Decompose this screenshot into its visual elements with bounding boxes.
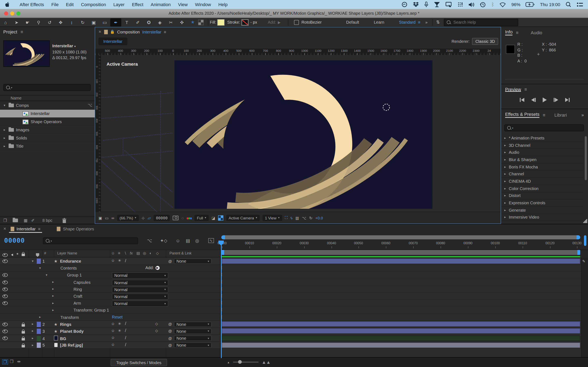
adjustment-switch-icon[interactable]: ◐	[149, 251, 152, 255]
close-window-button[interactable]	[4, 11, 8, 15]
zoom-in-icon[interactable]: ▲▲	[262, 360, 271, 365]
snapshot-icon[interactable]	[173, 216, 179, 220]
layer-visibility-toggle[interactable]	[2, 280, 8, 284]
grid-guides-icon[interactable]: ⊹	[141, 216, 145, 220]
zoom-slider-knob[interactable]	[238, 360, 242, 364]
effects-panel-title[interactable]: Effects & Presets	[505, 112, 539, 118]
layer-name[interactable]: Planet Body	[60, 329, 84, 334]
layer-label-chip[interactable]	[37, 336, 41, 341]
project-name-column-header[interactable]: Name	[0, 95, 95, 101]
effects-category[interactable]: ▸Generate	[501, 207, 583, 214]
tool-button[interactable]: ↺	[44, 18, 55, 26]
time-navigator-bar[interactable]	[221, 235, 580, 239]
comp-view-tab[interactable]: Interstellar	[98, 38, 127, 45]
shy-switch[interactable]: ☺	[111, 322, 115, 325]
tool-button[interactable]: ✂	[165, 18, 176, 26]
expander-icon[interactable]: ▸	[52, 287, 54, 291]
shy-switch-icon[interactable]: ☺	[111, 251, 115, 255]
menu-item[interactable]: View	[178, 2, 188, 7]
parent-dropdown[interactable]: None▾	[174, 329, 212, 334]
stroke-width-value[interactable]: - px	[250, 20, 257, 25]
fast-previews-icon[interactable]: ϟ	[290, 216, 292, 220]
layer-name[interactable]: Contents	[61, 266, 77, 270]
layer-visibility-toggle[interactable]	[2, 336, 8, 340]
search-help-box[interactable]	[444, 18, 518, 26]
project-tree-item[interactable]: ▸ Solids	[0, 134, 95, 142]
quality-switch[interactable]: /	[125, 328, 126, 333]
motion-blur-icon[interactable]: ◎	[195, 238, 199, 243]
stroke-color-swatch[interactable]	[241, 19, 249, 25]
expander-icon[interactable]: ▾	[32, 259, 34, 263]
fx-switch-icon[interactable]: fx	[130, 251, 133, 255]
quality-switch-icon[interactable]: ∖	[124, 251, 126, 255]
dropbox-icon[interactable]	[413, 2, 419, 7]
draft-3d-icon[interactable]: ✦◇	[160, 238, 167, 243]
effects-category[interactable]: ▸Immersive Video	[501, 214, 583, 221]
lock-column-icon[interactable]	[22, 254, 25, 256]
expander-icon[interactable]: ▸	[52, 308, 54, 312]
layer-duration-bar[interactable]	[222, 328, 580, 334]
creative-cloud-icon[interactable]	[401, 2, 407, 7]
resolution-dropdown[interactable]: Full▾	[194, 215, 209, 221]
expander-icon[interactable]: ▸	[32, 343, 34, 347]
show-channel-icon[interactable]	[187, 216, 191, 220]
timeline-row[interactable]: ▸ 2 Rings ☺ ✳ / ◇ ▾ ▶ @	[0, 321, 220, 328]
spotlight-icon[interactable]	[566, 2, 571, 7]
minimize-window-button[interactable]	[10, 11, 14, 15]
timeline-icon[interactable]: ▥	[295, 216, 299, 220]
menu-item[interactable]: Animation	[151, 2, 171, 7]
parent-pickwhip-icon[interactable]: @	[168, 259, 172, 263]
comp-tab-name[interactable]: Interstellar	[142, 30, 161, 34]
timeline-track-row[interactable]: I	[221, 307, 588, 314]
blend-mode-dropdown[interactable]: Normal▾	[112, 280, 168, 286]
mask-visibility-icon[interactable]: ∞	[112, 216, 114, 220]
layer-lock-toggle[interactable]	[22, 345, 25, 348]
layer-name[interactable]: Endurance	[60, 259, 81, 263]
selected-comp-name[interactable]: Interstellar	[52, 44, 73, 48]
layer-lock-toggle[interactable]	[22, 331, 25, 334]
timeline-row[interactable]: ▸ 4 BG ☺ ✳ / ◇ ▾ ▶ @ N	[0, 335, 220, 342]
tool-button[interactable]: T	[121, 18, 132, 26]
search-help-input[interactable]	[453, 20, 516, 25]
transparency-grid-toggle[interactable]	[218, 215, 223, 220]
effects-category[interactable]: ▸Expression Controls	[501, 200, 583, 207]
menu-item[interactable]: Composition	[81, 2, 106, 7]
window-titlebar[interactable]: Adobe After Effects 2020 - /Users/Noelle…	[0, 9, 588, 18]
more-workspaces-icon[interactable]: »	[425, 20, 428, 25]
parent-dropdown[interactable]: None▾	[174, 343, 212, 348]
close-panel-icon[interactable]: ✕	[98, 30, 102, 34]
collapse-switch[interactable]: ✳	[118, 259, 121, 263]
parent-pickwhip-icon[interactable]: @	[168, 336, 172, 340]
expander-icon[interactable]: ▾	[46, 273, 47, 277]
transform-reset-link[interactable]: Reset	[112, 315, 122, 319]
effects-category[interactable]: ▸Audio	[501, 149, 583, 156]
video-column-icon[interactable]	[2, 253, 8, 257]
shape-add-label[interactable]: Add:	[268, 20, 276, 25]
menu-item[interactable]: Effect	[132, 2, 143, 7]
add-operator-label[interactable]: Add:	[145, 266, 154, 270]
blend-mode-dropdown[interactable]: Normal▾	[112, 300, 168, 307]
close-timeline-icon[interactable]: ✕	[3, 227, 6, 231]
lock-panel-icon[interactable]: 🔒	[110, 30, 114, 34]
collapse-switch[interactable]: ✳	[118, 329, 121, 333]
menu-item[interactable]: Edit	[66, 2, 74, 7]
exposure-value[interactable]: +0.0	[315, 216, 323, 220]
quality-switch[interactable]: /	[125, 321, 126, 326]
previous-frame-button[interactable]	[531, 98, 536, 102]
layer-name[interactable]: Ring	[73, 287, 82, 292]
layer-label-chip[interactable]	[37, 259, 41, 264]
tool-button[interactable]: ✐	[132, 18, 143, 26]
menu-item[interactable]: Help	[218, 2, 227, 7]
project-tree-item[interactable]: ▸ Title	[0, 142, 95, 150]
effects-search-box[interactable]: ▾	[504, 124, 584, 131]
layer-name[interactable]: Rings	[60, 322, 71, 326]
apple-icon[interactable]	[5, 1, 10, 8]
frame-blending-icon[interactable]: ▤	[186, 238, 190, 243]
project-settings-icon[interactable]: ❐	[3, 218, 7, 223]
tool-button[interactable]: ⌂	[0, 18, 11, 26]
effects-category[interactable]: ▸3D Channel	[501, 142, 583, 149]
expander-icon[interactable]: ▸	[32, 329, 34, 333]
project-panel-menu-icon[interactable]: ≡	[21, 29, 23, 34]
zoom-window-button[interactable]	[16, 11, 20, 15]
tool-button[interactable]: ↻	[77, 18, 88, 26]
